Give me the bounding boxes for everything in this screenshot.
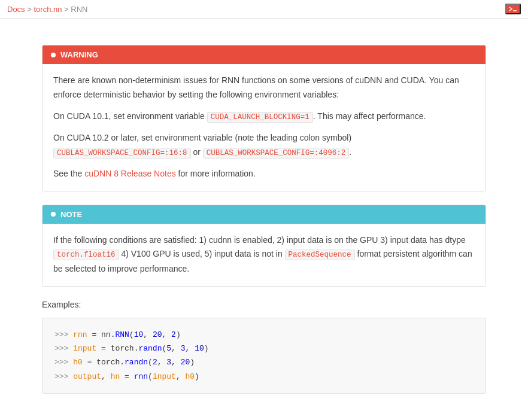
breadcrumb-docs-link[interactable]: Docs xyxy=(7,5,25,14)
terminal-button[interactable] xyxy=(505,4,521,14)
cuda-launch-blocking-code: CUDA_LAUNCH_BLOCKING=1 xyxy=(207,112,313,123)
warning-para1: There are known non-determinism issues f… xyxy=(53,74,475,102)
code-line-3: >>> h0 = torch.randn(2, 3, 20) xyxy=(54,355,474,369)
code-line-4: >>> output, hn = rnn(input, h0) xyxy=(54,370,474,384)
cudnn-release-notes-link[interactable]: cuDNN 8 Release Notes xyxy=(84,169,176,178)
plain-eq3: = torch. xyxy=(83,358,125,367)
cublas-code1: CUBLAS_WORKSPACE_CONFIG=:16:8 xyxy=(53,148,191,159)
torch-float16-code: torch.float16 xyxy=(53,249,119,260)
note-body: If the following conditions are satisfie… xyxy=(43,224,485,286)
breadcrumb-sep1: > xyxy=(27,5,34,14)
note-header: NOTE xyxy=(43,205,485,224)
var-h0b: h0 xyxy=(186,372,195,381)
num-10: 10 xyxy=(134,330,144,339)
plain-close1: ) xyxy=(176,330,181,339)
warning-see-text: See the xyxy=(53,169,84,178)
plain-comma1: , xyxy=(143,330,153,339)
warning-para3-end: . xyxy=(349,147,351,157)
code-block: >>> rnn = nn.RNN(10, 20, 2) >>> input = … xyxy=(42,318,486,394)
num-20: 20 xyxy=(153,330,162,339)
note-box: NOTE If the following conditions are sat… xyxy=(42,205,486,287)
cublas-code2: CUBLAS_WORKSPACE_CONFIG=:4096:2 xyxy=(203,148,350,159)
examples-label: Examples: xyxy=(42,300,486,309)
plain-eq1: = nn. xyxy=(87,330,116,339)
note-bullet xyxy=(51,212,56,217)
note-title: NOTE xyxy=(60,210,82,219)
packed-sequence-code: PackedSequence xyxy=(285,249,355,260)
plain-eq2: = torch. xyxy=(96,344,138,353)
plain-comma5: , xyxy=(157,358,167,367)
examples-section: Examples: >>> rnn = nn.RNN(10, 20, 2) >>… xyxy=(42,300,486,394)
var-input: input xyxy=(73,344,96,353)
breadcrumb-bar: Docs > torch.nn > RNN xyxy=(0,0,528,19)
num-2: 2 xyxy=(153,358,157,367)
plain-open4: ( xyxy=(148,372,153,381)
fn-randn2: randn xyxy=(125,358,148,367)
fn-rnn-call: rnn xyxy=(134,372,148,381)
warning-or: or xyxy=(191,147,203,157)
plain-eq4: = xyxy=(120,372,133,381)
breadcrumb-rnn: RNN xyxy=(71,5,87,14)
prompt-3: >>> xyxy=(54,358,73,367)
plain-open1: ( xyxy=(129,330,134,339)
warning-para3-text: On CUDA 10.2 or later, set environment v… xyxy=(53,133,351,142)
plain-close3: ) xyxy=(190,358,195,367)
num-3: 3 xyxy=(181,344,186,353)
plain-comma4: , xyxy=(186,344,195,353)
plain-close2: ) xyxy=(204,344,209,353)
num-20b: 20 xyxy=(181,358,190,367)
warning-title: WARNING xyxy=(60,50,98,59)
top-section xyxy=(42,19,486,33)
plain-comma8: , xyxy=(176,372,186,381)
warning-para2-text: On CUDA 10.1, set environment variable xyxy=(53,111,207,121)
num-3b: 3 xyxy=(166,358,171,367)
note-text2: 4) V100 GPU is used, 5) input data is no… xyxy=(119,249,285,258)
code-line-1: >>> rnn = nn.RNN(10, 20, 2) xyxy=(54,328,474,342)
var-hn: hn xyxy=(111,372,120,381)
note-text1: If the following conditions are satisfie… xyxy=(53,235,466,245)
var-h0: h0 xyxy=(73,358,83,367)
fn-randn1: randn xyxy=(138,344,162,353)
warning-para4: See the cuDNN 8 Release Notes for more i… xyxy=(53,167,475,181)
num-2: 2 xyxy=(171,330,176,339)
var-rnn: rnn xyxy=(73,330,87,339)
num-10b: 10 xyxy=(195,344,204,353)
plain-comma7: , xyxy=(101,372,111,381)
fn-rnn: RNN xyxy=(115,330,129,339)
var-output: output xyxy=(73,372,101,381)
terminal-icon xyxy=(509,6,517,12)
plain-open3: ( xyxy=(148,358,153,367)
breadcrumb-sep2: > xyxy=(64,5,71,14)
warning-para2: On CUDA 10.1, set environment variable C… xyxy=(53,109,475,124)
plain-close4: ) xyxy=(195,372,199,381)
warning-para2-suffix: . This may affect performance. xyxy=(313,111,426,121)
warning-para3: On CUDA 10.2 or later, set environment v… xyxy=(53,131,475,160)
prompt-4: >>> xyxy=(54,372,73,381)
warning-see-suffix: for more information. xyxy=(176,169,256,178)
warning-header: WARNING xyxy=(43,45,485,64)
plain-comma3: , xyxy=(171,344,181,353)
warning-body: There are known non-determinism issues f… xyxy=(43,64,485,191)
main-content: WARNING There are known non-determinism … xyxy=(0,19,528,412)
plain-comma2: , xyxy=(162,330,171,339)
prompt-1: >>> xyxy=(54,330,73,339)
var-input2: input xyxy=(153,372,176,381)
breadcrumb: Docs > torch.nn > RNN xyxy=(7,5,87,14)
warning-bullet xyxy=(51,53,56,57)
plain-comma6: , xyxy=(171,358,181,367)
warning-box: WARNING There are known non-determinism … xyxy=(42,45,486,191)
num-5: 5 xyxy=(166,344,171,353)
breadcrumb-torch-nn-link[interactable]: torch.nn xyxy=(34,5,62,14)
code-line-2: >>> input = torch.randn(5, 3, 10) xyxy=(54,342,474,355)
note-para: If the following conditions are satisfie… xyxy=(53,233,475,276)
prompt-2: >>> xyxy=(54,344,73,353)
